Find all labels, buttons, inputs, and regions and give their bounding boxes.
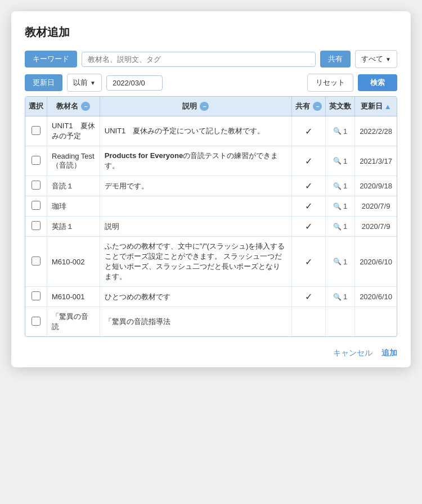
cell-desc: UNIT1 夏休みの予定について記した教材です。 xyxy=(100,116,291,146)
before-select-button[interactable]: 以前 ▼ xyxy=(67,74,102,92)
cell-desc: 「驚異の音読指導法 xyxy=(100,307,291,337)
table-row: UNIT1 夏休みの予定UNIT1 夏休みの予定について記した教材です。✓🔍 1… xyxy=(25,116,397,146)
row-checkbox-8[interactable] xyxy=(32,317,41,326)
dialog-footer: キャンセル 追加 xyxy=(25,344,397,358)
checkbox-cell xyxy=(25,146,47,176)
cell-date xyxy=(355,307,397,337)
keyword-button[interactable]: キーワード xyxy=(25,51,77,68)
chevron-down-icon: ▼ xyxy=(385,56,391,62)
check-icon: ✓ xyxy=(305,127,312,136)
cell-shared: ✓ xyxy=(292,176,326,196)
th-desc[interactable]: 説明 － xyxy=(100,97,291,116)
all-select-button[interactable]: すべて ▼ xyxy=(355,50,397,68)
search-icon: 🔍 xyxy=(333,182,342,190)
table-row: Reading Test（音読）Products for Everyoneの音読… xyxy=(25,146,397,176)
date-input[interactable] xyxy=(106,75,163,91)
row-checkbox-3[interactable] xyxy=(32,181,41,190)
checkbox-cell xyxy=(25,196,47,217)
cell-count: 🔍 1 xyxy=(326,176,355,196)
search-icon: 🔍 xyxy=(333,293,342,301)
cell-shared: ✓ xyxy=(292,116,326,146)
cell-date: 2021/3/17 xyxy=(355,146,397,176)
table-row: 「驚異の音読「驚異の音読指導法 xyxy=(25,307,397,337)
checkbox-cell xyxy=(25,237,47,287)
checkbox-cell xyxy=(25,176,47,196)
th-name[interactable]: 教材名 － xyxy=(47,97,100,116)
dialog-container: 教材追加 キーワード 共有 すべて ▼ 更新日 以前 ▼ リセット 検索 選択 xyxy=(11,11,411,367)
count-display: 🔍 1 xyxy=(330,182,350,190)
add-button[interactable]: 追加 xyxy=(381,348,397,358)
cancel-button[interactable]: キャンセル xyxy=(333,348,372,358)
cell-desc: 説明 xyxy=(100,217,291,237)
cell-date: 2020/7/9 xyxy=(355,217,397,237)
reset-button[interactable]: リセット xyxy=(307,74,353,92)
search-icon: 🔍 xyxy=(333,157,342,165)
checkbox-cell xyxy=(25,307,47,337)
cell-date: 2020/6/10 xyxy=(355,287,397,307)
row-checkbox-4[interactable] xyxy=(32,201,41,210)
checkbox-cell xyxy=(25,116,47,146)
row-checkbox-1[interactable] xyxy=(32,126,41,135)
count-display: 🔍 1 xyxy=(330,292,350,301)
sort-minus-shared: － xyxy=(313,102,322,111)
check-icon: ✓ xyxy=(305,156,312,166)
cell-name: M610-002 xyxy=(47,237,100,287)
cell-shared: ✓ xyxy=(292,196,326,217)
checkbox-cell xyxy=(25,287,47,307)
th-date[interactable]: 更新日 ▲ xyxy=(355,97,397,116)
cell-count: 🔍 1 xyxy=(326,237,355,287)
count-display: 🔍 1 xyxy=(330,127,350,136)
th-count: 英文数 xyxy=(326,97,355,116)
search-icon: 🔍 xyxy=(333,223,342,231)
cell-count: 🔍 1 xyxy=(326,146,355,176)
check-icon: ✓ xyxy=(305,201,312,211)
search-icon: 🔍 xyxy=(333,127,342,135)
cell-name: 英語１ xyxy=(47,217,100,237)
dialog-title: 教材追加 xyxy=(25,25,397,40)
th-select: 選択 xyxy=(25,97,47,116)
count-display: 🔍 1 xyxy=(330,157,350,165)
cell-date: 2020/7/9 xyxy=(355,196,397,217)
row-checkbox-7[interactable] xyxy=(32,291,41,300)
cell-count xyxy=(326,307,355,337)
materials-table-wrap: 選択 教材名 － 説明 － xyxy=(25,96,397,337)
table-row: 音読１デモ用です。✓🔍 12020/9/18 xyxy=(25,176,397,196)
filter-row-1: キーワード 共有 すべて ▼ xyxy=(25,50,397,68)
cell-shared: ✓ xyxy=(292,237,326,287)
cell-date: 2020/9/18 xyxy=(355,176,397,196)
row-checkbox-5[interactable] xyxy=(32,221,41,230)
th-shared[interactable]: 共有 － xyxy=(292,97,326,116)
cell-count: 🔍 1 xyxy=(326,196,355,217)
shared-button[interactable]: 共有 xyxy=(320,51,351,68)
cell-desc: ひとつめの教材です xyxy=(100,287,291,307)
count-display: 🔍 1 xyxy=(330,202,350,210)
search-button[interactable]: 検索 xyxy=(358,74,397,91)
table-row: M610-002ふたつめの教材です、文中に"/"(スラッシュ)を挿入することでポ… xyxy=(25,237,397,287)
search-icon: 🔍 xyxy=(333,202,342,210)
row-checkbox-2[interactable] xyxy=(32,156,41,165)
count-display: 🔍 1 xyxy=(330,222,350,231)
cell-name: UNIT1 夏休みの予定 xyxy=(47,116,100,146)
cell-count: 🔍 1 xyxy=(326,287,355,307)
check-icon: ✓ xyxy=(305,292,312,302)
date-button[interactable]: 更新日 xyxy=(25,74,62,91)
table-row: M610-001ひとつめの教材です✓🔍 12020/6/10 xyxy=(25,287,397,307)
sort-minus-name: － xyxy=(81,102,90,111)
cell-desc: Products for Everyoneの音読テストの練習ができます。 xyxy=(100,146,291,176)
cell-desc: デモ用です。 xyxy=(100,176,291,196)
check-icon: ✓ xyxy=(305,257,312,267)
cell-date: 2020/6/10 xyxy=(355,237,397,287)
sort-minus-desc: － xyxy=(200,102,209,111)
table-header-row: 選択 教材名 － 説明 － xyxy=(25,97,397,116)
cell-shared: ✓ xyxy=(292,146,326,176)
cell-name: 音読１ xyxy=(47,176,100,196)
chevron-down-icon-2: ▼ xyxy=(90,80,96,86)
check-icon: ✓ xyxy=(305,222,312,231)
cell-name: Reading Test（音読） xyxy=(47,146,100,176)
count-display: 🔍 1 xyxy=(330,258,350,266)
keyword-input[interactable] xyxy=(82,52,316,67)
row-checkbox-6[interactable] xyxy=(32,256,41,266)
cell-shared: ✓ xyxy=(292,287,326,307)
cell-count: 🔍 1 xyxy=(326,116,355,146)
checkbox-cell xyxy=(25,217,47,237)
